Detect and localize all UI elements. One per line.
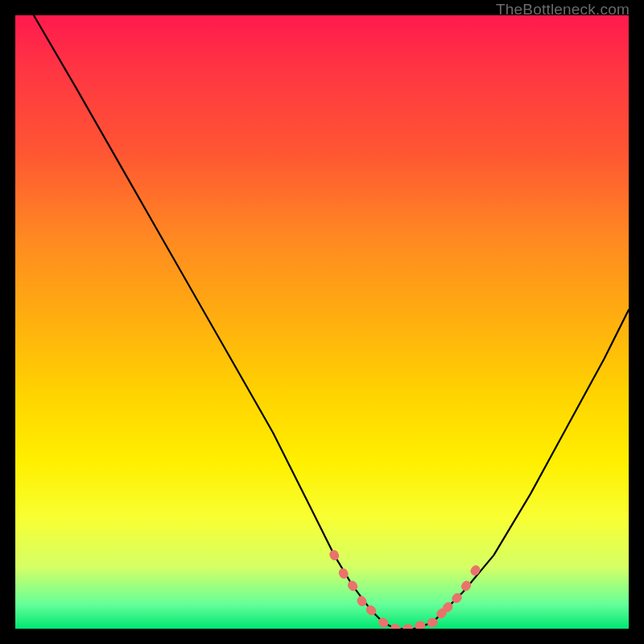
svg-rect-8 (414, 620, 426, 629)
svg-rect-3 (355, 594, 368, 608)
chart-svg (15, 15, 629, 629)
svg-rect-14 (469, 564, 481, 577)
svg-rect-0 (328, 548, 341, 562)
plot-area (15, 15, 629, 629)
svg-rect-13 (460, 579, 473, 592)
curve-line (34, 15, 629, 629)
svg-rect-7 (402, 625, 413, 630)
highlighted-markers (328, 548, 481, 629)
chart-frame: TheBottleneck.com (0, 0, 644, 644)
